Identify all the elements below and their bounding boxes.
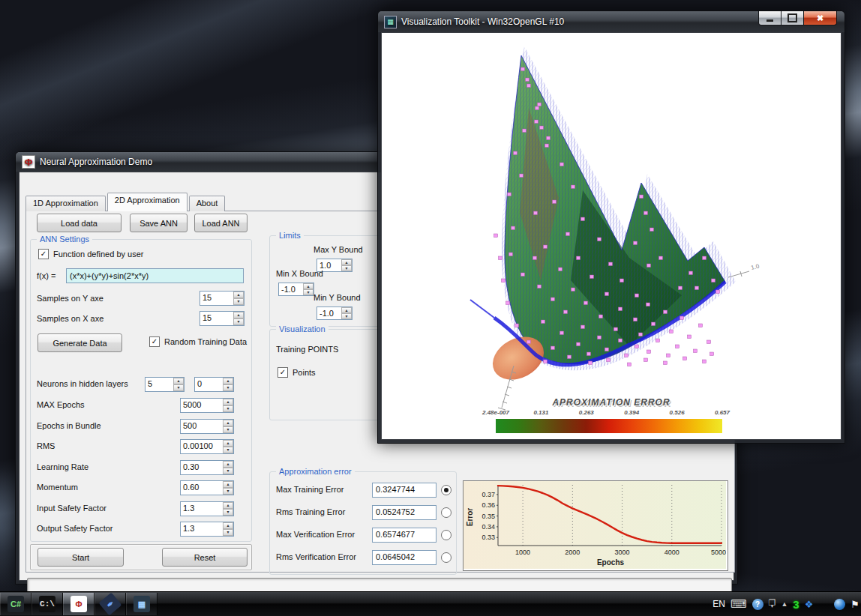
tab-2d-approximation[interactable]: 2D Approximation xyxy=(107,193,188,211)
min-y-bound-spinner-updown: ▴▾ xyxy=(341,307,352,319)
colorbar-tick-label: 0.657 xyxy=(715,409,730,416)
samples-x-spinner-value: 15 xyxy=(200,312,233,325)
tab-about[interactable]: About xyxy=(189,196,226,211)
help-icon[interactable]: ? xyxy=(752,599,764,610)
random-training-data-label: Random Training Data xyxy=(164,337,247,346)
vtk-title: Visualization Toolkit - Win32OpenGL #10 xyxy=(401,16,564,27)
keyboard-icon[interactable]: ⌨ xyxy=(730,597,747,611)
input-safety-factor-spinner-down-button[interactable]: ▾ xyxy=(223,509,233,516)
load-ann-button[interactable]: Load ANN xyxy=(194,214,248,232)
rms-verification-error-radio[interactable] xyxy=(441,552,452,563)
learning-rate-spinner[interactable]: 0.30▴▾ xyxy=(180,460,234,475)
input-safety-factor-spinner[interactable]: 1.3▴▾ xyxy=(180,501,234,516)
vtk-close-button[interactable]: ✖ xyxy=(803,11,837,25)
max-epochs-spinner-down-button[interactable]: ▾ xyxy=(223,405,233,413)
rms-verification-error-field: 0.0645042 xyxy=(372,550,436,565)
momentum-spinner-value: 0.60 xyxy=(181,481,223,495)
command-prompt-icon: C:\ xyxy=(39,596,56,612)
momentum-spinner-down-button[interactable]: ▾ xyxy=(223,488,233,495)
language-indicator[interactable]: EN xyxy=(712,599,725,609)
colorbar-tick-label: 0.526 xyxy=(670,409,685,416)
vtk-client-area[interactable]: 1.0 APROXIMATION ERROR 2.48e-0070.1310.2… xyxy=(381,32,842,440)
ann-settings-group-label: ANN Settings xyxy=(37,235,92,244)
momentum-spinner[interactable]: 0.60▴▾ xyxy=(180,480,234,495)
system-tray: EN ⌨ ? ❐▾ ▲ 3 ❖ ⚑ xyxy=(712,597,861,611)
output-safety-factor-spinner-down-button[interactable]: ▾ xyxy=(223,529,233,537)
quicklaunch-visual-csharp[interactable]: C# xyxy=(0,593,32,615)
neurons-hidden-layers-spinner-1-updown: ▴▾ xyxy=(173,378,184,391)
surface-wireframe xyxy=(505,55,725,364)
colorbar-gradient xyxy=(496,419,722,433)
action-center-flag-icon[interactable]: ⚑ xyxy=(850,599,860,610)
quicklaunch-feather-app[interactable]: ✒ xyxy=(94,593,126,615)
epochs-in-bundle-spinner[interactable]: 500▴▾ xyxy=(180,419,234,434)
vtk-minimize-button[interactable] xyxy=(758,11,782,25)
points-checkbox[interactable]: ✓ Points xyxy=(278,367,316,378)
neurons-hidden-layers-spinner-1-down-button[interactable]: ▾ xyxy=(173,384,184,392)
approximation-error-group: Approximation error Max Training Error0.… xyxy=(269,471,457,575)
neurons-hidden-layers-spinner-1[interactable]: 5▴▾ xyxy=(145,377,184,392)
tab-1d-approximation[interactable]: 1D Approximation xyxy=(26,196,106,211)
max-training-error-field: 0.3247744 xyxy=(372,483,436,498)
svg-text:3000: 3000 xyxy=(615,549,630,556)
samples-y-spinner-value: 15 xyxy=(200,292,233,305)
learning-rate-spinner-down-button[interactable]: ▾ xyxy=(223,468,233,475)
load-data-button[interactable]: Load data xyxy=(37,214,122,232)
max-verification-error-radio[interactable] xyxy=(441,530,452,540)
quicklaunch-image-viewer[interactable]: ▦ xyxy=(126,593,158,615)
ann-settings-group: ANN Settings ✓ Function defined by user … xyxy=(30,239,252,542)
neurons-hidden-layers-spinner-1-value: 5 xyxy=(146,378,173,391)
max-training-error-radio[interactable] xyxy=(441,485,452,495)
rms-training-error-field: 0.0524752 xyxy=(372,505,436,520)
neurons-hidden-layers-label: Neurons in hidden layers xyxy=(37,379,128,388)
svg-text:0.36: 0.36 xyxy=(482,501,495,509)
epochs-in-bundle-spinner-value: 500 xyxy=(181,420,223,433)
input-safety-factor-spinner-updown: ▴▾ xyxy=(223,502,233,516)
axis-right-label: 1.0 xyxy=(750,262,760,271)
reset-button[interactable]: Reset xyxy=(162,548,248,567)
neurons-hidden-layers-spinner-2-down-button[interactable]: ▾ xyxy=(223,384,233,392)
save-ann-button[interactable]: Save ANN xyxy=(130,214,188,232)
output-safety-factor-spinner[interactable]: 1.3▴▾ xyxy=(180,522,234,537)
function-defined-checkbox[interactable]: ✓ Function defined by user xyxy=(38,249,143,259)
max-epochs-spinner[interactable]: 5000▴▾ xyxy=(180,398,234,413)
max-y-bound-spinner-down-button[interactable]: ▾ xyxy=(341,265,352,272)
samples-y-spinner-down-button[interactable]: ▾ xyxy=(233,298,244,306)
samples-x-spinner-down-button[interactable]: ▾ xyxy=(233,318,244,326)
rms-spinner[interactable]: 0.00100▴▾ xyxy=(180,439,234,454)
output-safety-factor-spinner-updown: ▴▾ xyxy=(223,522,233,536)
dropbox-tray-icon[interactable]: ❖ xyxy=(805,599,814,610)
min-y-bound-spinner[interactable]: -1.0▴▾ xyxy=(316,307,352,320)
colorbar-tick-label: 0.263 xyxy=(579,409,594,416)
antivirus-tray-icon[interactable] xyxy=(818,599,829,609)
samples-y-label: Samples on Y axe xyxy=(37,294,104,303)
start-button[interactable]: Start xyxy=(38,548,124,567)
modem-tray-icon[interactable]: 3 xyxy=(793,598,799,611)
quicklaunch-neural-approx-demo[interactable]: Φ xyxy=(63,593,94,615)
samples-x-spinner[interactable]: 15▴▾ xyxy=(200,311,244,326)
neurons-hidden-layers-spinner-2[interactable]: 0▴▾ xyxy=(194,377,234,392)
min-x-bound-spinner-down-button[interactable]: ▾ xyxy=(303,289,314,296)
show-hidden-icons[interactable]: ▲ xyxy=(781,600,788,608)
rms-spinner-down-button[interactable]: ▾ xyxy=(223,447,233,454)
window-switcher-icon[interactable]: ❐▾ xyxy=(769,600,776,609)
vtk-maximize-button[interactable] xyxy=(781,11,804,25)
samples-y-spinner[interactable]: 15▴▾ xyxy=(200,291,244,306)
rms-spinner-value: 0.00100 xyxy=(181,440,223,453)
generate-data-button[interactable]: Generate Data xyxy=(38,333,122,352)
media-tray-icon[interactable] xyxy=(834,599,845,610)
learning-rate-label: Learning Rate xyxy=(37,462,88,471)
rms-verification-error-label: Rms Verification Error xyxy=(276,552,356,561)
error-chart-panel: 0.370.360.350.340.33 1000200030004000500… xyxy=(463,480,728,571)
max-training-error-label: Max Training Error xyxy=(276,485,344,494)
vtk-window: ▦ Visualization Toolkit - Win32OpenGL #1… xyxy=(377,10,845,444)
min-x-bound-spinner[interactable]: -1.0▴▾ xyxy=(278,283,314,296)
fx-input[interactable] xyxy=(66,268,244,283)
rms-training-error-radio[interactable] xyxy=(441,507,452,518)
epochs-in-bundle-spinner-down-button[interactable]: ▾ xyxy=(223,426,233,434)
visualization-group-label: Visualization xyxy=(276,324,328,333)
quicklaunch-command-prompt[interactable]: C:\ xyxy=(32,593,63,615)
random-training-data-checkbox[interactable]: ✓ Random Training Data xyxy=(149,336,247,347)
min-y-bound-spinner-down-button[interactable]: ▾ xyxy=(341,313,352,320)
samples-y-spinner-updown: ▴▾ xyxy=(233,292,244,305)
